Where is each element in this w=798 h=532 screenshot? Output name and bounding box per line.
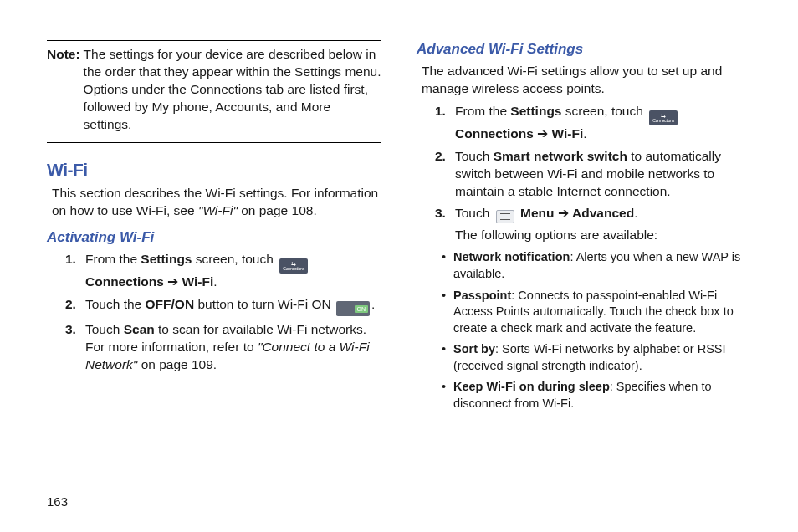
bullet-title: Network notification [453,250,570,263]
bullet-title: Keep Wi-Fi on during sleep [453,380,610,393]
ref-wifi: "Wi-Fi" [198,203,238,217]
menu-label: Menu [520,206,554,220]
bullet-body: Keep Wi-Fi on during sleep: Specifies wh… [453,379,751,412]
page-columns: Note: The settings for your device are d… [47,40,751,475]
step-number: 1. [435,103,455,143]
bullet-title: Passpoint [453,289,511,302]
advanced-intro: The advanced Wi-Fi settings allow you to… [422,63,751,98]
bullet-icon: • [442,288,453,337]
step-body: From the Settings screen, touch ⇆Connect… [85,251,381,291]
text: . [213,274,217,289]
adv-step-1: 1. From the Settings screen, touch ⇆Conn… [435,103,751,143]
settings-label: Settings [141,252,192,266]
text: Touch the [85,297,146,311]
text: Touch [455,149,494,163]
arrow-icon: ➔ [164,274,182,289]
bullet-passpoint: • Passpoint: Connects to passpoint-enabl… [442,288,751,337]
bullet-icon: • [442,379,453,412]
right-column: Advanced Wi-Fi Settings The advanced Wi-… [417,40,751,475]
step-3: 3. Touch Scan to scan for available Wi-F… [65,321,381,374]
bullet-icon: • [442,249,453,282]
bullet-body: Network notification: Alerts you when a … [453,249,751,282]
step-1: 1. From the Settings screen, touch ⇆Conn… [65,251,381,291]
text: From the [455,104,510,118]
on-toggle-icon: ON [336,301,370,316]
step-body: Touch Smart network switch to automatica… [455,148,751,201]
bullet-sort-by: • Sort by: Sorts Wi-Fi networks by alpha… [442,341,751,374]
scan-label: Scan [124,322,155,336]
text: screen, touch [561,104,647,118]
step-number: 2. [435,148,455,201]
wifi-intro: This section describes the Wi-Fi setting… [52,185,381,220]
text: . [634,206,637,220]
connections-label: Connections [455,126,534,141]
step-body: Touch Menu ➔ Advanced. The following opt… [455,205,751,244]
step-2: 2. Touch the OFF/ON button to turn Wi-Fi… [65,296,381,317]
connections-icon: ⇆Connections [649,110,678,125]
options-intro: The following options are available: [455,227,751,244]
step-body: From the Settings screen, touch ⇆Connect… [455,103,751,143]
bullet-network-notification: • Network notification: Alerts you when … [442,249,751,282]
arrow-icon: ➔ [554,206,572,220]
connections-icon: ⇆Connections [279,258,308,274]
text: on page 109. [137,357,217,371]
text: on page 108. [238,203,317,217]
page-number: 163 [47,494,68,509]
offon-label: OFF/ON [146,297,195,311]
text: . [583,126,586,141]
left-column: Note: The settings for your device are d… [47,40,381,475]
advanced-label: Advanced [572,206,634,220]
adv-step-2: 2. Touch Smart network switch to automat… [435,148,751,201]
text: button to turn Wi-Fi ON [194,297,335,311]
text: Touch [85,322,124,336]
bullet-body: Passpoint: Connects to passpoint-enabled… [453,288,751,337]
step-number: 2. [65,296,85,317]
bullet-body: Sort by: Sorts Wi-Fi networks by alphabe… [453,341,751,374]
step-body: Touch Scan to scan for available Wi-Fi n… [85,321,381,374]
step-number: 3. [65,321,85,374]
menu-icon [496,210,514,223]
smart-network-switch-label: Smart network switch [494,149,627,163]
bullet-keep-wifi-sleep: • Keep Wi-Fi on during sleep: Specifies … [442,379,751,412]
bullet-icon: • [442,341,453,374]
wifi-label: Wi-Fi [182,274,214,289]
note-text: The settings for your device are describ… [84,46,381,134]
text: screen, touch [192,252,277,266]
text: Touch [455,206,494,220]
heading-advanced-wifi: Advanced Wi-Fi Settings [417,40,751,59]
text: From the [85,252,141,266]
settings-label: Settings [510,104,561,118]
text: . [371,297,375,311]
bullet-title: Sort by [453,342,495,356]
note-label: Note: [47,46,80,134]
heading-activating-wifi: Activating Wi-Fi [47,228,381,248]
step-number: 1. [65,251,85,291]
adv-step-3: 3. Touch Menu ➔ Advanced. The following … [435,205,751,244]
note-block: Note: The settings for your device are d… [47,40,381,143]
connections-label: Connections [85,274,164,289]
arrow-icon: ➔ [534,126,552,141]
step-number: 3. [435,205,455,244]
step-body: Touch the OFF/ON button to turn Wi-Fi ON… [85,296,381,317]
wifi-label: Wi-Fi [552,126,584,141]
heading-wifi: Wi-Fi [47,158,381,182]
